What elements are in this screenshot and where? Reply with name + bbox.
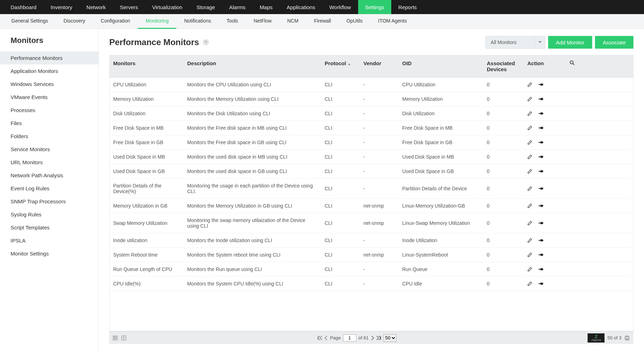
print-icon[interactable] — [624, 335, 630, 341]
col-header-monitors[interactable]: Monitors — [110, 55, 184, 78]
associate-icon[interactable] — [539, 154, 544, 159]
cell-description: Monitors the Free disk space in GB using… — [184, 135, 321, 150]
edit-icon[interactable] — [527, 281, 532, 286]
search-column-icon[interactable] — [566, 55, 633, 78]
cell-oid: Disk Utilization — [399, 106, 483, 121]
next-page-icon[interactable] — [371, 336, 374, 340]
svg-point-0 — [570, 61, 573, 64]
col-header-protocol-label: Protocol — [325, 60, 346, 66]
col-header-description[interactable]: Description — [184, 55, 321, 78]
sidebar-item-application-monitors[interactable]: Application Monitors — [0, 64, 98, 78]
edit-icon[interactable] — [527, 154, 532, 159]
topnav-item-virtualization[interactable]: Virtualization — [145, 0, 190, 14]
edit-icon[interactable] — [527, 140, 532, 145]
subnav-item-itom-agents[interactable]: ITOM Agents — [370, 14, 415, 29]
sidebar-item-network-path-analysis[interactable]: Network Path Analysis — [0, 169, 98, 182]
associate-icon[interactable] — [539, 238, 544, 243]
subnav-item-firewall[interactable]: Firewall — [306, 14, 339, 29]
sidebar-item-files[interactable]: Files — [0, 117, 98, 130]
edit-icon[interactable] — [527, 203, 532, 208]
associate-icon[interactable] — [539, 186, 544, 191]
topnav-item-dashboard[interactable]: Dashboard — [4, 0, 43, 14]
associate-icon[interactable] — [539, 252, 544, 257]
sidebar-item-processes[interactable]: Processes — [0, 104, 98, 117]
topnav-item-reports[interactable]: Reports — [391, 0, 424, 14]
subnav-item-oputils[interactable]: OpUtils — [339, 14, 370, 29]
associate-icon[interactable] — [539, 221, 544, 226]
sidebar-item-folders[interactable]: Folders — [0, 130, 98, 143]
edit-icon[interactable] — [527, 267, 532, 272]
topnav-item-inventory[interactable]: Inventory — [43, 0, 79, 14]
sidebar-item-snmp-trap-processors[interactable]: SNMP Trap Processors — [0, 195, 98, 208]
subnav-item-monitoring[interactable]: Monitoring — [138, 14, 176, 29]
filter-dropdown[interactable]: All Monitors — [485, 36, 545, 49]
export-icon[interactable] — [121, 335, 126, 340]
col-header-vendor[interactable]: Vendor — [360, 55, 399, 78]
cell-description: Monitors the System CPU Idle(%) using CL… — [184, 277, 321, 291]
topnav-item-workflow[interactable]: Workflow — [322, 0, 358, 14]
subnav-item-configuration[interactable]: Configuration — [93, 14, 138, 29]
subnav-item-tools[interactable]: Tools — [219, 14, 246, 29]
topnav-item-maps[interactable]: Maps — [253, 0, 280, 14]
col-header-action: Action — [524, 55, 566, 78]
prev-page-icon[interactable] — [324, 336, 328, 340]
sidebar-item-url-monitors[interactable]: URL Monitors — [0, 156, 98, 169]
cell-associated: 0 — [483, 248, 524, 262]
sidebar-item-performance-monitors[interactable]: Performance Monitors — [0, 51, 98, 64]
topnav-item-settings[interactable]: Settings — [358, 0, 391, 14]
associate-icon[interactable] — [539, 82, 544, 87]
subnav-item-discovery[interactable]: Discovery — [56, 14, 93, 29]
cell-action — [524, 233, 633, 248]
sidebar-item-event-log-rules[interactable]: Event Log Rules — [0, 182, 98, 195]
alarm-badge[interactable]: 2 Alarms — [588, 333, 605, 343]
cell-monitor: CPU Utilization — [110, 78, 184, 92]
subnav-item-ncm[interactable]: NCM — [280, 14, 306, 29]
sidebar-item-syslog-rules[interactable]: Syslog Rules — [0, 208, 98, 221]
edit-icon[interactable] — [527, 97, 532, 101]
cell-protocol: CLI — [321, 179, 360, 199]
sidebar-item-script-templates[interactable]: Script Templates — [0, 221, 98, 234]
col-header-protocol[interactable]: Protocol▲ — [321, 55, 360, 78]
associate-icon[interactable] — [539, 111, 544, 116]
edit-icon[interactable] — [527, 111, 532, 116]
topnav-item-servers[interactable]: Servers — [113, 0, 145, 14]
edit-icon[interactable] — [527, 221, 532, 226]
associate-icon[interactable] — [539, 203, 544, 208]
associate-button[interactable]: Associate — [595, 36, 633, 49]
associate-icon[interactable] — [539, 281, 544, 286]
edit-icon[interactable] — [527, 169, 532, 174]
col-header-associated[interactable]: Associated Devices — [483, 55, 524, 78]
add-monitor-button[interactable]: Add Monitor — [548, 36, 592, 49]
topnav-item-applications[interactable]: Applications — [280, 0, 322, 14]
last-page-icon[interactable] — [376, 336, 381, 340]
help-icon[interactable]: ? — [203, 39, 209, 45]
associate-icon[interactable] — [539, 97, 544, 101]
sidebar-item-windows-services[interactable]: Windows Services — [0, 78, 98, 91]
sidebar-item-ipsla[interactable]: IPSLA — [0, 234, 98, 247]
associate-icon[interactable] — [539, 267, 544, 272]
page-input[interactable] — [343, 334, 356, 341]
grid-view-icon[interactable] — [113, 335, 118, 340]
subnav-item-general-settings[interactable]: General Settings — [4, 14, 56, 29]
edit-icon[interactable] — [527, 82, 532, 87]
subnav-item-netflow[interactable]: NetFlow — [246, 14, 279, 29]
topnav-item-storage[interactable]: Storage — [189, 0, 222, 14]
sidebar-item-vmware-events[interactable]: VMware Events — [0, 91, 98, 104]
edit-icon[interactable] — [527, 238, 532, 243]
page-size-select[interactable]: 50 — [384, 334, 397, 342]
associate-icon[interactable] — [539, 125, 544, 130]
sidebar-item-service-monitors[interactable]: Service Monitors — [0, 143, 98, 156]
topnav-item-alarms[interactable]: Alarms — [222, 0, 253, 14]
edit-icon[interactable] — [527, 125, 532, 130]
table-row: Used Disk Space in GBMonitors the used d… — [110, 164, 633, 179]
associate-icon[interactable] — [539, 140, 544, 145]
sidebar-item-monitor-settings[interactable]: Monitor Settings — [0, 247, 98, 260]
topnav-item-network[interactable]: Network — [79, 0, 113, 14]
edit-icon[interactable] — [527, 186, 532, 191]
cell-monitor: CPU Idle(%) — [110, 277, 184, 291]
edit-icon[interactable] — [527, 252, 532, 257]
associate-icon[interactable] — [539, 169, 544, 174]
subnav-item-notifications[interactable]: Notifications — [176, 14, 219, 29]
col-header-oid[interactable]: OID — [399, 55, 483, 78]
first-page-icon[interactable] — [317, 336, 322, 340]
